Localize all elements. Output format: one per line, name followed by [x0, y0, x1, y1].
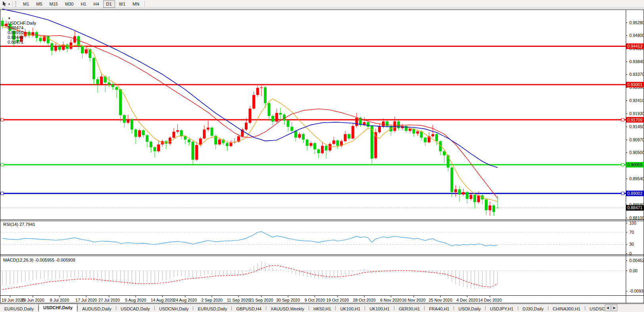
price-tick-label: 0.91930 [629, 111, 644, 116]
timeframe-button-w1[interactable]: W1 [116, 0, 129, 8]
date-tick-label: 11 Sep 2020 [227, 298, 250, 302]
ohlc-open: 0.88474 [8, 25, 23, 30]
chart-tab-hk50-h1[interactable]: HK50,H1 [309, 306, 336, 312]
chart-tab-uk100-h1[interactable]: UK100,H1 [365, 306, 394, 312]
macd-axis-label: -0.009348 [629, 289, 644, 293]
chart-symbol: USDCHF,Daily [8, 21, 36, 25]
price-tick-label: 0.94800 [629, 33, 644, 38]
date-tick-label: 24 Aug 2020 [173, 298, 197, 302]
line-marker[interactable] [621, 164, 624, 166]
cursor-icon [2, 1, 7, 7]
rsi-axis-label: 100 [629, 221, 636, 225]
price-tick-label: 0.89540 [629, 176, 644, 181]
timeframe-button-h1[interactable]: H1 [77, 0, 89, 8]
rsi-axis-label: 0 [629, 251, 632, 256]
chart-tab-bar: EURUSD,DailyUSDCHF,DailyAUDUSD,DailyUSDC… [0, 304, 644, 312]
timeframe-button-m30[interactable]: M30 [62, 0, 77, 8]
chart-tab-dj30-daily[interactable]: DJ30,Daily [518, 306, 548, 312]
chart-tab-ger30-h1[interactable]: GER30,H1 [394, 306, 424, 312]
date-tick-label: 21 Sep 2020 [250, 298, 273, 302]
chart-window-frame [0, 10, 644, 303]
date-tick-label: 27 Jul 2020 [98, 298, 120, 302]
timeframe-button-mn[interactable]: MN [129, 0, 142, 8]
rsi-axis-label: 30 [629, 242, 634, 247]
rsi-indicator-label: RSI(14) 27.7941 [3, 222, 35, 227]
line-marker[interactable] [621, 118, 624, 121]
chart-tab-eurusd-daily[interactable]: EURUSD,Daily [0, 306, 38, 312]
chart-tab-xauusd-weekly[interactable]: XAUUSD,Weekly [266, 306, 309, 312]
chevron-down-icon[interactable]: ▾ [8, 2, 10, 6]
date-tick-label: 4 Dec 2020 [456, 298, 478, 302]
chart-tab-usdcad-daily[interactable]: USDCAD,Daily [116, 306, 154, 312]
date-tick-label: 5 Aug 2020 [125, 298, 146, 302]
date-tick-label: 17 Jul 2020 [75, 298, 97, 302]
macd-indicator-label: MACD(12,26,9) -0.005955 -0.005909 [3, 258, 75, 262]
date-tick-label: 14 Dec 2020 [478, 298, 502, 302]
chart-tab-fra40-h1[interactable]: FRA40,H1 [425, 306, 454, 312]
top-toolbar: ▾ M1M5M15M30H1H4D1W1MN [0, 0, 644, 8]
price-tick-label: 0.91450 [629, 124, 644, 129]
chart-tab-usdjpy-h1[interactable]: USDJPY,H1 [486, 306, 518, 312]
date-tick-label: 9 Oct 2020 [305, 298, 325, 302]
current-price-badge: 0.88471 [627, 205, 642, 210]
toolbar-separator [12, 1, 13, 7]
price-tick-label: 0.93840 [629, 59, 644, 64]
chart-tab-gbpusd-h4[interactable]: GBPUSD,H4 [232, 306, 266, 312]
price-level-badge-label: 0.91709 [627, 117, 642, 122]
timeframe-button-group: M1M5M15M30H1H4D1W1MN [19, 0, 143, 8]
chart-svg[interactable]: 0.952800.948000.943200.938400.933700.928… [0, 9, 644, 304]
date-tick-label: 30 Sep 2020 [276, 298, 300, 302]
timeframe-button-m15[interactable]: M15 [46, 0, 61, 8]
chart-tab-china300-h1[interactable]: CHINA300,H1 [548, 306, 585, 312]
price-tick-label: 0.88100 [629, 216, 644, 220]
price-tick-label: 0.93370 [629, 72, 644, 77]
toolbar-grip-handle[interactable] [15, 1, 17, 7]
chart-tab-usoil-daily[interactable]: USOil,Daily [454, 306, 485, 312]
price-level-badge-label: 0.93001 [627, 82, 642, 87]
date-tick-label: 25 Nov 2020 [429, 298, 452, 302]
line-marker[interactable] [1, 118, 4, 121]
timeframe-button-m5[interactable]: M5 [33, 0, 45, 8]
timeframe-button-m1[interactable]: M1 [20, 0, 32, 8]
macd-axis-label: 0.004527 [629, 258, 644, 263]
chart-tab-audusd-daily[interactable]: AUDUSD,Daily [78, 306, 116, 312]
chart-canvas[interactable]: 0.952800.948000.943200.938400.933700.928… [0, 9, 644, 304]
chart-tab-uk100-h1[interactable]: UK100,H1 [336, 306, 365, 312]
date-tick-label: 19 Oct 2020 [326, 298, 349, 302]
chart-tab-usdcnh-daily[interactable]: USDCNH,Daily [155, 306, 193, 312]
rsi-axis-label: 70 [629, 230, 634, 235]
timeframe-button-h4[interactable]: H4 [90, 0, 102, 8]
price-level-badge-label: 0.89002 [627, 191, 642, 196]
chart-tab-usdsgd-h1[interactable]: USDSGD,H1 [585, 306, 604, 312]
timeframe-button-d1[interactable]: D1 [103, 0, 115, 8]
date-tick-label: 2 Sep 2020 [201, 298, 223, 302]
tabs-scroll-left-icon[interactable]: ◀ [605, 304, 611, 311]
price-tick-label: 0.90970 [629, 137, 644, 142]
line-marker[interactable] [1, 192, 4, 195]
ohlc-close: 0.88471 [8, 40, 23, 44]
date-tick-label: 14 Aug 2020 [151, 298, 174, 302]
date-tick-label: 6 Nov 2020 [380, 298, 402, 302]
price-tick-label: 0.92410 [629, 98, 644, 103]
line-marker[interactable] [1, 164, 4, 166]
price-tick-label: 0.90500 [629, 150, 644, 155]
chart-tab-usdchf-daily[interactable]: USDCHF,Daily [38, 304, 77, 312]
chart-tab-eurusd-daily[interactable]: EURUSD,Daily [193, 306, 231, 312]
cursor-tool-button[interactable]: ▾ [1, 1, 11, 7]
date-tick-label: 16 Nov 2020 [402, 298, 426, 302]
collapse-icon[interactable]: ▼ [8, 17, 11, 20]
date-tick-label: 8 Jul 2020 [50, 298, 69, 302]
line-marker[interactable] [621, 192, 624, 195]
tabs-scroll-right-icon[interactable]: ▶ [611, 304, 617, 311]
ohlc-low: 0.88449 [8, 35, 23, 40]
price-level-badge-label: 0.94413 [627, 44, 642, 48]
ohlc-high: 0.88910 [8, 30, 23, 35]
date-tick-label: 29 Jun 2020 [21, 298, 44, 302]
toolbar-separator [144, 1, 145, 7]
chart-title: ▼ USDCHF,Daily 0.88474 0.88910 0.88449 0… [3, 11, 37, 49]
date-tick-label: 28 Oct 2020 [353, 298, 375, 302]
macd-axis-label: 0.00 [629, 268, 638, 273]
price-tick-label: 0.95280 [629, 20, 644, 25]
price-level-badge-label: 0.90055 [627, 162, 642, 167]
